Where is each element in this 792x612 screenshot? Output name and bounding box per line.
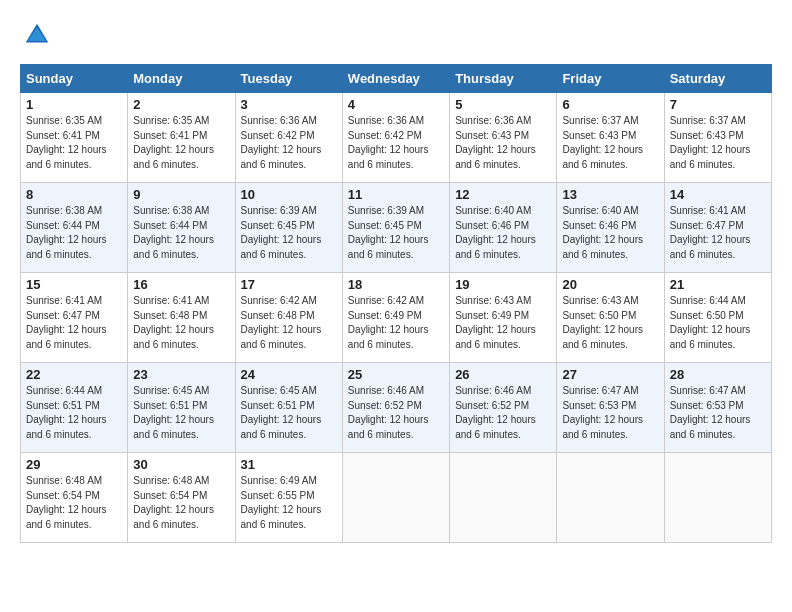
calendar-cell: 7 Sunrise: 6:37 AMSunset: 6:43 PMDayligh… (664, 93, 771, 183)
col-header-monday: Monday (128, 65, 235, 93)
week-row-1: 1 Sunrise: 6:35 AMSunset: 6:41 PMDayligh… (21, 93, 772, 183)
day-number: 11 (348, 187, 444, 202)
day-number: 17 (241, 277, 337, 292)
day-info: Sunrise: 6:48 AMSunset: 6:54 PMDaylight:… (133, 475, 214, 530)
calendar-cell: 25 Sunrise: 6:46 AMSunset: 6:52 PMDaylig… (342, 363, 449, 453)
logo (20, 20, 52, 54)
calendar-cell: 3 Sunrise: 6:36 AMSunset: 6:42 PMDayligh… (235, 93, 342, 183)
calendar-cell: 28 Sunrise: 6:47 AMSunset: 6:53 PMDaylig… (664, 363, 771, 453)
day-number: 22 (26, 367, 122, 382)
calendar-cell: 20 Sunrise: 6:43 AMSunset: 6:50 PMDaylig… (557, 273, 664, 363)
day-info: Sunrise: 6:49 AMSunset: 6:55 PMDaylight:… (241, 475, 322, 530)
day-info: Sunrise: 6:47 AMSunset: 6:53 PMDaylight:… (562, 385, 643, 440)
day-number: 4 (348, 97, 444, 112)
day-info: Sunrise: 6:37 AMSunset: 6:43 PMDaylight:… (562, 115, 643, 170)
calendar-cell (450, 453, 557, 543)
calendar-cell: 18 Sunrise: 6:42 AMSunset: 6:49 PMDaylig… (342, 273, 449, 363)
day-info: Sunrise: 6:41 AMSunset: 6:47 PMDaylight:… (26, 295, 107, 350)
calendar-cell: 24 Sunrise: 6:45 AMSunset: 6:51 PMDaylig… (235, 363, 342, 453)
calendar-cell: 27 Sunrise: 6:47 AMSunset: 6:53 PMDaylig… (557, 363, 664, 453)
day-info: Sunrise: 6:42 AMSunset: 6:49 PMDaylight:… (348, 295, 429, 350)
day-info: Sunrise: 6:45 AMSunset: 6:51 PMDaylight:… (133, 385, 214, 440)
calendar-cell: 26 Sunrise: 6:46 AMSunset: 6:52 PMDaylig… (450, 363, 557, 453)
day-info: Sunrise: 6:35 AMSunset: 6:41 PMDaylight:… (133, 115, 214, 170)
day-number: 30 (133, 457, 229, 472)
day-info: Sunrise: 6:39 AMSunset: 6:45 PMDaylight:… (348, 205, 429, 260)
day-info: Sunrise: 6:48 AMSunset: 6:54 PMDaylight:… (26, 475, 107, 530)
calendar-cell: 16 Sunrise: 6:41 AMSunset: 6:48 PMDaylig… (128, 273, 235, 363)
day-number: 9 (133, 187, 229, 202)
day-info: Sunrise: 6:37 AMSunset: 6:43 PMDaylight:… (670, 115, 751, 170)
day-info: Sunrise: 6:36 AMSunset: 6:42 PMDaylight:… (241, 115, 322, 170)
day-info: Sunrise: 6:38 AMSunset: 6:44 PMDaylight:… (133, 205, 214, 260)
day-number: 20 (562, 277, 658, 292)
day-number: 1 (26, 97, 122, 112)
day-info: Sunrise: 6:40 AMSunset: 6:46 PMDaylight:… (562, 205, 643, 260)
calendar-cell: 23 Sunrise: 6:45 AMSunset: 6:51 PMDaylig… (128, 363, 235, 453)
day-info: Sunrise: 6:36 AMSunset: 6:43 PMDaylight:… (455, 115, 536, 170)
day-number: 28 (670, 367, 766, 382)
day-number: 5 (455, 97, 551, 112)
week-row-3: 15 Sunrise: 6:41 AMSunset: 6:47 PMDaylig… (21, 273, 772, 363)
day-info: Sunrise: 6:43 AMSunset: 6:49 PMDaylight:… (455, 295, 536, 350)
calendar-cell (342, 453, 449, 543)
page-header (20, 20, 772, 54)
day-number: 18 (348, 277, 444, 292)
calendar-cell (557, 453, 664, 543)
day-number: 21 (670, 277, 766, 292)
calendar-cell: 14 Sunrise: 6:41 AMSunset: 6:47 PMDaylig… (664, 183, 771, 273)
day-info: Sunrise: 6:44 AMSunset: 6:51 PMDaylight:… (26, 385, 107, 440)
day-info: Sunrise: 6:44 AMSunset: 6:50 PMDaylight:… (670, 295, 751, 350)
day-number: 7 (670, 97, 766, 112)
calendar-cell: 5 Sunrise: 6:36 AMSunset: 6:43 PMDayligh… (450, 93, 557, 183)
calendar-cell: 17 Sunrise: 6:42 AMSunset: 6:48 PMDaylig… (235, 273, 342, 363)
day-info: Sunrise: 6:41 AMSunset: 6:48 PMDaylight:… (133, 295, 214, 350)
calendar-cell: 8 Sunrise: 6:38 AMSunset: 6:44 PMDayligh… (21, 183, 128, 273)
day-info: Sunrise: 6:40 AMSunset: 6:46 PMDaylight:… (455, 205, 536, 260)
calendar-cell: 22 Sunrise: 6:44 AMSunset: 6:51 PMDaylig… (21, 363, 128, 453)
col-header-tuesday: Tuesday (235, 65, 342, 93)
day-number: 8 (26, 187, 122, 202)
day-number: 25 (348, 367, 444, 382)
day-number: 15 (26, 277, 122, 292)
day-info: Sunrise: 6:38 AMSunset: 6:44 PMDaylight:… (26, 205, 107, 260)
day-number: 14 (670, 187, 766, 202)
calendar-cell: 13 Sunrise: 6:40 AMSunset: 6:46 PMDaylig… (557, 183, 664, 273)
day-info: Sunrise: 6:45 AMSunset: 6:51 PMDaylight:… (241, 385, 322, 440)
day-number: 24 (241, 367, 337, 382)
day-number: 23 (133, 367, 229, 382)
day-info: Sunrise: 6:41 AMSunset: 6:47 PMDaylight:… (670, 205, 751, 260)
day-number: 27 (562, 367, 658, 382)
day-info: Sunrise: 6:39 AMSunset: 6:45 PMDaylight:… (241, 205, 322, 260)
col-header-saturday: Saturday (664, 65, 771, 93)
day-number: 3 (241, 97, 337, 112)
day-number: 19 (455, 277, 551, 292)
calendar-cell: 30 Sunrise: 6:48 AMSunset: 6:54 PMDaylig… (128, 453, 235, 543)
day-number: 31 (241, 457, 337, 472)
calendar-cell: 19 Sunrise: 6:43 AMSunset: 6:49 PMDaylig… (450, 273, 557, 363)
calendar-table: SundayMondayTuesdayWednesdayThursdayFrid… (20, 64, 772, 543)
day-info: Sunrise: 6:46 AMSunset: 6:52 PMDaylight:… (455, 385, 536, 440)
calendar-cell: 1 Sunrise: 6:35 AMSunset: 6:41 PMDayligh… (21, 93, 128, 183)
calendar-cell: 12 Sunrise: 6:40 AMSunset: 6:46 PMDaylig… (450, 183, 557, 273)
day-info: Sunrise: 6:35 AMSunset: 6:41 PMDaylight:… (26, 115, 107, 170)
calendar-cell: 15 Sunrise: 6:41 AMSunset: 6:47 PMDaylig… (21, 273, 128, 363)
header-row: SundayMondayTuesdayWednesdayThursdayFrid… (21, 65, 772, 93)
day-info: Sunrise: 6:46 AMSunset: 6:52 PMDaylight:… (348, 385, 429, 440)
day-number: 6 (562, 97, 658, 112)
week-row-5: 29 Sunrise: 6:48 AMSunset: 6:54 PMDaylig… (21, 453, 772, 543)
day-number: 12 (455, 187, 551, 202)
week-row-4: 22 Sunrise: 6:44 AMSunset: 6:51 PMDaylig… (21, 363, 772, 453)
col-header-thursday: Thursday (450, 65, 557, 93)
day-info: Sunrise: 6:36 AMSunset: 6:42 PMDaylight:… (348, 115, 429, 170)
calendar-cell: 29 Sunrise: 6:48 AMSunset: 6:54 PMDaylig… (21, 453, 128, 543)
day-number: 13 (562, 187, 658, 202)
day-number: 2 (133, 97, 229, 112)
calendar-cell: 2 Sunrise: 6:35 AMSunset: 6:41 PMDayligh… (128, 93, 235, 183)
day-number: 29 (26, 457, 122, 472)
calendar-cell: 6 Sunrise: 6:37 AMSunset: 6:43 PMDayligh… (557, 93, 664, 183)
calendar-cell: 21 Sunrise: 6:44 AMSunset: 6:50 PMDaylig… (664, 273, 771, 363)
day-number: 10 (241, 187, 337, 202)
calendar-cell: 4 Sunrise: 6:36 AMSunset: 6:42 PMDayligh… (342, 93, 449, 183)
day-info: Sunrise: 6:42 AMSunset: 6:48 PMDaylight:… (241, 295, 322, 350)
